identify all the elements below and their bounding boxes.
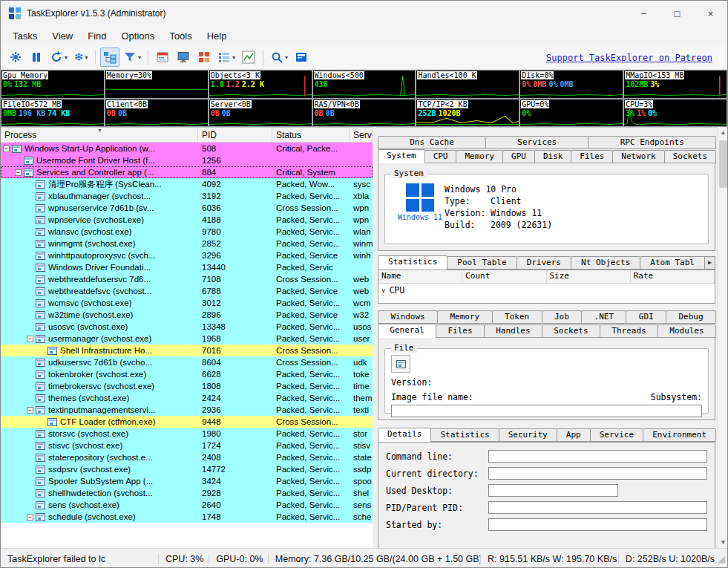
tree-expander-icon[interactable]: −	[27, 407, 33, 414]
process-row[interactable]: shellhwdetection (svchost...2928Packed, …	[1, 487, 373, 499]
used-desktop-input[interactable]	[488, 484, 618, 497]
tab-pool-table[interactable]: Pool Table	[447, 256, 517, 270]
process-row[interactable]: 清理Pro服务程序 (SysClean...4092Packed, Wow...…	[1, 178, 373, 190]
process-row[interactable]: −Services and Controller app (...884Crit…	[1, 166, 373, 178]
dropdown-caret-icon[interactable]: ▾	[85, 54, 88, 61]
process-row[interactable]: ssdpsrv (svchost.exe)14772Packed, Servic…	[1, 463, 373, 475]
tree-expander-icon[interactable]: −	[27, 514, 33, 520]
tab-statistics[interactable]: Statistics	[430, 428, 499, 442]
graph-cell-gpu-memory[interactable]: Gpu Memory0%132 MB	[1, 71, 104, 98]
process-row[interactable]: −usermanager (svchost.exe)1968Packed, Se…	[1, 333, 373, 345]
tree-expander-icon[interactable]: −	[15, 169, 22, 176]
graph-cell-server-0b[interactable]: Server<0B0B0B	[209, 99, 312, 127]
chevron-down-icon[interactable]: ∨	[381, 287, 385, 294]
tab-modules[interactable]: Modules	[658, 324, 716, 338]
process-row[interactable]: Shell Infrastructure Ho...7016Cross Sess…	[1, 345, 373, 356]
process-row[interactable]: Windows Driver Foundati...13440Packed, S…	[1, 261, 373, 273]
process-row[interactable]: webthreatdefsvc (svchost...6788Packed, S…	[1, 285, 373, 297]
tab-gdi[interactable]: GDI	[626, 310, 666, 324]
dropdown-caret-icon[interactable]: ▾	[285, 54, 288, 61]
tab-threads[interactable]: Threads	[600, 324, 658, 338]
process-row[interactable]: udkusersvc 7d61b (svcho...8604Cross Sess…	[1, 356, 373, 368]
tab-service[interactable]: Service	[590, 428, 643, 442]
freeze-button[interactable]: ❄▾	[71, 48, 91, 67]
process-row[interactable]: staterepository (svchost.e...2408Packed,…	[1, 451, 373, 463]
column-header-status[interactable]: Status	[272, 128, 350, 142]
panel-toggle-button[interactable]	[292, 48, 311, 67]
tab-gpu[interactable]: GPU	[502, 150, 535, 163]
patreon-link[interactable]: Support TaskExplorer on Patreon	[546, 53, 712, 63]
graph-cell-memory-30[interactable]: Memory=30%	[105, 71, 208, 98]
stats-column-rate[interactable]: Rate	[631, 270, 715, 283]
menu-options[interactable]: Options	[114, 28, 162, 44]
graph-cell-handles-100-k[interactable]: Handles<100 K	[416, 71, 519, 98]
scroll-up-icon[interactable]: ▲	[718, 127, 728, 138]
minimize-button[interactable]: −	[627, 1, 660, 26]
system-monitor-button[interactable]	[174, 48, 193, 67]
tab-memory[interactable]: Memory	[456, 150, 503, 163]
process-row[interactable]: wpnservice (svchost.exe)4188Packed, Serv…	[1, 214, 373, 226]
graph-cell-mmapio-153-mb[interactable]: MMapIO<153 MB102MB3%	[624, 71, 727, 98]
tab-security[interactable]: Security	[499, 428, 557, 442]
filter-button[interactable]: ▾	[121, 48, 143, 67]
tab-debug[interactable]: Debug	[666, 310, 716, 324]
task-window-button[interactable]	[153, 48, 172, 67]
tab-network[interactable]: Network	[612, 150, 664, 163]
graph-cell-cpu-3[interactable]: CPU=3%3%1%0%	[624, 99, 727, 127]
graph-cell-gpu-0[interactable]: GPU=0%0%	[520, 99, 623, 127]
tab-atom-tabl[interactable]: Atom Tabl	[640, 256, 705, 270]
tab-drivers[interactable]: Drivers	[517, 256, 571, 270]
pause-button[interactable]	[27, 48, 46, 67]
tab-general[interactable]: General	[378, 324, 436, 338]
process-row[interactable]: −textinputmanagementservi...2936Packed, …	[1, 404, 373, 416]
tab-token[interactable]: Token	[492, 310, 542, 324]
tree-expander-icon[interactable]: −	[3, 146, 10, 152]
scrollbar-thumb[interactable]	[719, 140, 728, 188]
tab-handles[interactable]: Handles	[484, 324, 542, 338]
dropdown-caret-icon[interactable]: ▾	[232, 54, 235, 61]
tab-details[interactable]: Details	[378, 428, 431, 442]
tab-app[interactable]: App	[557, 428, 591, 442]
search-button[interactable]: ▾	[268, 48, 290, 67]
process-row[interactable]: wcmsvc (svchost.exe)3012Packed, Servic..…	[1, 297, 373, 309]
tree-view-button[interactable]	[100, 48, 119, 67]
tab-sockets[interactable]: Sockets	[542, 324, 600, 338]
graph-cell-ras-vpn-0b[interactable]: RAS/VPN<0B0B0B	[313, 99, 416, 127]
tab-environment[interactable]: Environment	[643, 428, 716, 442]
tab-cpu[interactable]: CPU	[424, 150, 457, 163]
graph-cell-fileio-572-mb[interactable]: FileIO<572 MB0MB196 KB74 KB	[1, 99, 104, 127]
menu-help[interactable]: Help	[200, 28, 235, 44]
column-header-process[interactable]: Process▼	[1, 128, 198, 142]
tab-files[interactable]: Files	[571, 150, 613, 163]
process-row[interactable]: timebrokersvc (svchost.exe)1808Packed, S…	[1, 380, 373, 392]
graph-cell-disk-0[interactable]: Disk=0%0%0MB0%0MB	[520, 71, 623, 98]
vertical-scrollbar[interactable]: ▲ ▼	[717, 127, 728, 548]
scroll-down-icon[interactable]: ▼	[718, 537, 728, 548]
process-row[interactable]: xblauthmanager (svchost...3192Packed, Se…	[1, 190, 373, 202]
tab-system[interactable]: System	[378, 149, 425, 163]
column-header-pid[interactable]: PID	[198, 128, 272, 142]
process-row[interactable]: tokenbroker (svchost.exe)6628Packed, Ser…	[1, 368, 373, 380]
process-row[interactable]: Usermode Font Driver Host (f...1256	[1, 154, 373, 166]
graph-view-button[interactable]	[239, 48, 258, 67]
tab-nt-objects[interactable]: Nt Objects	[571, 256, 640, 270]
menu-view[interactable]: View	[45, 28, 80, 44]
command-line-input[interactable]	[488, 450, 707, 463]
dropdown-caret-icon[interactable]: ▾	[138, 54, 141, 61]
process-row[interactable]: wpnuserservice 7d61b (sv...6036Cross Ses…	[1, 202, 373, 214]
tab-job[interactable]: Job	[542, 310, 583, 324]
process-row[interactable]: sens (svchost.exe)2640Packed, Servic...s…	[1, 499, 373, 511]
stats-column-name[interactable]: Name	[378, 270, 462, 283]
tab-sockets[interactable]: Sockets	[664, 150, 716, 163]
tab-services[interactable]: Services	[485, 136, 588, 149]
dropdown-caret-icon[interactable]: ▾	[65, 54, 68, 61]
stats-group-row[interactable]: ∨ CPU	[378, 284, 715, 296]
image-file-name-input[interactable]	[391, 405, 702, 417]
process-row[interactable]: −schedule (svchost.exe)1748Packed, Servi…	[1, 511, 373, 523]
modules-grid-button[interactable]	[194, 48, 214, 67]
graph-cell-client-0b[interactable]: Client<0B0B0B	[105, 99, 208, 127]
tree-expander-icon[interactable]: −	[27, 336, 33, 342]
process-row[interactable]: winmgmt (svchost.exe)2852Packed, Servic.…	[1, 238, 373, 249]
tab-files[interactable]: Files	[436, 324, 485, 338]
process-row[interactable]: stisvc (svchost.exe)1724Packed, Servic..…	[1, 440, 373, 451]
